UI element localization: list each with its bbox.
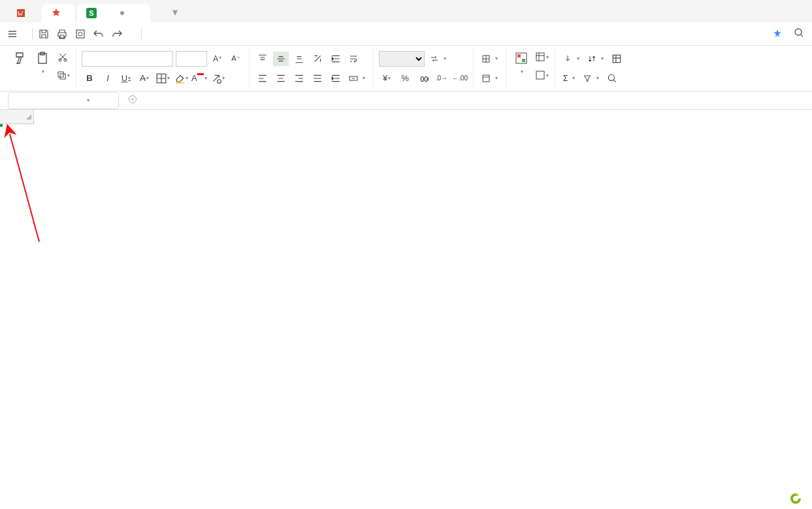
decrease-decimal-icon[interactable]: .0→ xyxy=(434,71,449,86)
print-preview-icon[interactable] xyxy=(74,28,86,40)
selection-border xyxy=(0,124,3,127)
select-all-corner[interactable] xyxy=(0,110,34,124)
spreadsheet-grid[interactable] xyxy=(0,110,812,505)
find-icon[interactable] xyxy=(604,71,620,86)
svg-text:000: 000 xyxy=(420,75,429,82)
cancel-fx-icon[interactable] xyxy=(128,95,137,107)
font-color-icon[interactable]: A▾ xyxy=(191,71,207,86)
ribbon: ▾ ▾ A⁺ A⁻ B I U▾ A̶▾ ▾ ▾ A▾ ▾ xyxy=(0,46,812,91)
justify-icon[interactable] xyxy=(310,71,325,86)
wps-logo-icon xyxy=(16,8,26,18)
wrap-text-button[interactable] xyxy=(346,53,363,65)
wps-ai-button[interactable] xyxy=(773,29,785,39)
align-top-icon[interactable] xyxy=(255,52,270,66)
worksheet-button[interactable]: ▾ xyxy=(479,73,500,84)
underline-icon[interactable]: U▾ xyxy=(118,71,134,86)
svg-line-27 xyxy=(10,134,39,242)
cell-style-icon[interactable]: ▾ xyxy=(534,68,549,82)
file-menu-button[interactable] xyxy=(8,29,20,39)
tab-workbook[interactable]: S xyxy=(77,4,150,22)
increase-decimal-icon[interactable]: ←.00 xyxy=(452,71,468,86)
tab-menu-button[interactable]: ▾ xyxy=(166,2,184,22)
formula-bar: ▾ xyxy=(0,91,812,110)
svg-rect-18 xyxy=(483,75,489,82)
svg-point-3 xyxy=(78,32,82,36)
svg-rect-10 xyxy=(60,74,65,79)
svg-rect-23 xyxy=(536,71,544,79)
decrease-indent-icon[interactable] xyxy=(328,52,344,66)
align-middle-icon[interactable] xyxy=(273,52,289,66)
orientation-icon[interactable] xyxy=(310,52,325,66)
svg-point-25 xyxy=(609,74,615,80)
ribbon-font-group: A⁺ A⁻ B I U▾ A̶▾ ▾ ▾ A▾ ▾ xyxy=(76,48,250,88)
sort-button[interactable]: ▾ xyxy=(585,53,606,65)
fill-button[interactable]: ▾ xyxy=(560,53,582,65)
menubar xyxy=(0,22,812,46)
freeze-icon[interactable] xyxy=(609,52,625,66)
ribbon-number-group: ▾ ¥▾ % 000 .0→ ←.00 xyxy=(374,48,474,88)
comma-icon[interactable]: 000 xyxy=(415,71,431,86)
font-size-select[interactable] xyxy=(176,51,207,67)
merge-button[interactable]: ▾ xyxy=(346,73,368,84)
cond-format-button[interactable]: ▾ xyxy=(512,50,531,76)
ribbon-editing-group: ▾ ▾ Σ ▾ ▾ xyxy=(555,48,630,88)
align-center-icon[interactable] xyxy=(273,71,289,86)
filter-button[interactable]: ▾ xyxy=(580,73,602,84)
svg-rect-21 xyxy=(522,59,525,62)
formula-input[interactable] xyxy=(149,93,812,108)
format-painter-button[interactable] xyxy=(10,50,30,68)
chevron-down-icon: ▾ xyxy=(64,97,114,103)
cut-icon[interactable] xyxy=(55,50,71,64)
save-icon[interactable] xyxy=(38,28,50,40)
svg-point-4 xyxy=(795,29,802,35)
ai-icon xyxy=(773,29,782,39)
percent-icon[interactable]: % xyxy=(397,71,413,86)
clear-format-icon[interactable]: ▾ xyxy=(210,71,225,86)
modified-dot-icon xyxy=(120,11,124,15)
fill-color-icon[interactable]: ▾ xyxy=(173,71,189,86)
number-format-select[interactable] xyxy=(379,51,425,67)
ribbon-clipboard-group: ▾ ▾ xyxy=(5,48,76,88)
ribbon-cells-group: ▾ ▾ xyxy=(474,48,506,88)
paste-button[interactable]: ▾ xyxy=(33,50,52,76)
convert-button[interactable]: ▾ xyxy=(427,53,449,65)
bold-icon[interactable]: B xyxy=(82,71,97,86)
increase-indent-icon[interactable] xyxy=(328,71,344,86)
increase-font-icon[interactable]: A⁺ xyxy=(210,52,225,66)
tab-template[interactable] xyxy=(42,4,74,22)
annotation-arrow xyxy=(0,124,131,320)
sheet-icon: S xyxy=(86,8,97,18)
template-icon xyxy=(51,8,61,18)
watermark-logo-icon xyxy=(787,492,804,505)
font-name-select[interactable] xyxy=(82,51,173,67)
rows-cols-button[interactable]: ▾ xyxy=(479,53,500,65)
name-box[interactable]: ▾ xyxy=(8,92,119,109)
tab-home[interactable] xyxy=(7,4,39,22)
sum-button[interactable]: Σ ▾ xyxy=(560,73,577,84)
new-tab-button[interactable] xyxy=(153,14,166,22)
svg-rect-20 xyxy=(517,54,521,57)
align-right-icon[interactable] xyxy=(291,71,307,86)
print-icon[interactable] xyxy=(56,28,68,40)
currency-icon[interactable]: ¥▾ xyxy=(379,71,395,86)
svg-rect-24 xyxy=(613,55,620,62)
italic-icon[interactable]: I xyxy=(100,71,116,86)
strikethrough-icon[interactable]: A̶▾ xyxy=(137,71,152,86)
border-icon[interactable]: ▾ xyxy=(155,71,171,86)
watermark xyxy=(787,492,805,505)
copy-icon[interactable]: ▾ xyxy=(55,68,71,82)
svg-rect-22 xyxy=(536,53,544,61)
titlebar: S ▾ xyxy=(0,0,812,22)
ribbon-align-group: ▾ xyxy=(250,48,374,88)
align-bottom-icon[interactable] xyxy=(291,52,307,66)
decrease-font-icon[interactable]: A⁻ xyxy=(228,52,244,66)
svg-rect-12 xyxy=(176,82,184,83)
quick-access-toolbar xyxy=(38,28,123,40)
table-format-icon[interactable]: ▾ xyxy=(534,50,549,64)
align-left-icon[interactable] xyxy=(255,71,270,86)
undo-icon[interactable] xyxy=(93,28,105,40)
search-icon[interactable] xyxy=(794,27,804,40)
redo-icon[interactable] xyxy=(111,28,123,40)
svg-rect-9 xyxy=(58,72,63,77)
svg-point-14 xyxy=(217,79,221,83)
